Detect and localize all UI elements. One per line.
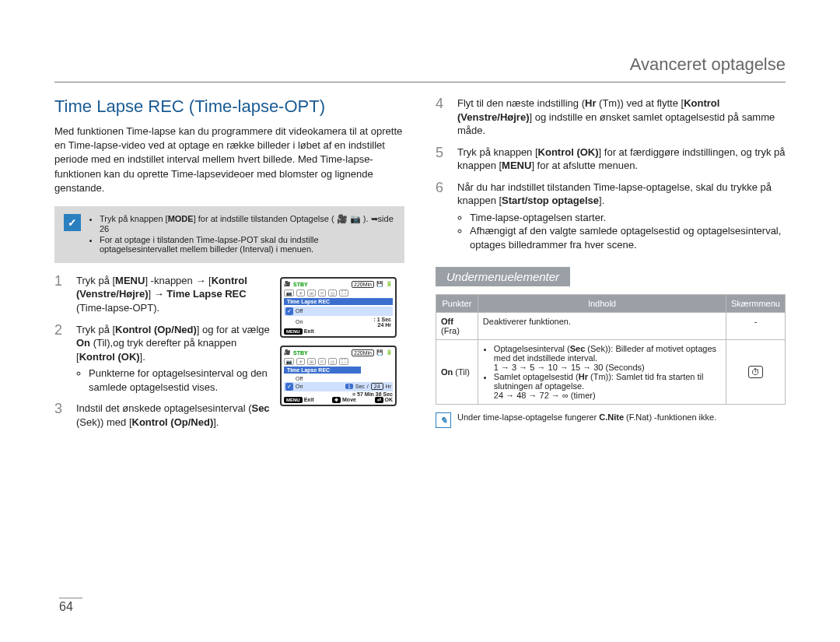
battery-icon: 🔋 [386, 281, 393, 287]
lcd-computed-time: = 57 Min 36 Sec [284, 391, 393, 397]
move-icon: ✥ [332, 397, 341, 403]
step-body: Når du har indstillet tilstanden Time-la… [457, 181, 786, 252]
check-icon: ✓ [285, 383, 293, 391]
step-body: Indstil det ønskede optagelsesinterval (… [76, 402, 272, 429]
left-column: Time Lapse REC (Time-lapse-OPT) Med funk… [54, 96, 404, 437]
rec-time: 220Min [352, 349, 374, 356]
callout-item: For at optage i tilstanden Time-lapse-PO… [100, 235, 395, 254]
page-header-title: Avanceret optagelse [630, 54, 786, 74]
card-icon: 💾 [376, 349, 383, 356]
camera-icon: 🎥 [284, 281, 291, 287]
note-icon: ✎ [436, 412, 451, 428]
table-header: Punkter [436, 295, 478, 313]
lcd-screenshot-1: 🎥 STBY 220Min 💾 🔋 📷☀⊞⧈◎⛶ Time Lapse REC … [280, 277, 397, 338]
lcd-option-off: Off [284, 375, 393, 382]
ok-icon: ⏎ [375, 397, 383, 403]
submenu-heading: Undermenuelementer [436, 267, 570, 286]
lcd-option-on: ✓ On 1 Sec / 24 Hr [284, 382, 393, 391]
step-number: 2 [54, 323, 68, 395]
callout-box: ✓ Tryk på knappen [MODE] for at indstill… [54, 206, 404, 263]
right-column: 4 Flyt til den næste indstilling (Hr (Tm… [436, 96, 786, 437]
step-number: 1 [54, 274, 68, 315]
rec-time: 220Min [352, 281, 374, 288]
lcd-figures: 🎥 STBY 220Min 💾 🔋 📷☀⊞⧈◎⛶ Time Lapse REC … [280, 274, 404, 437]
table-header: Skærmmenu [726, 295, 786, 313]
icon-strip: 📷☀⊞⧈◎⛶ [284, 358, 393, 365]
left-steps: 1 Tryk på [MENU] -knappen → [Kontrol (Ve… [54, 274, 404, 437]
step-number: 6 [436, 181, 450, 252]
step-number: 3 [54, 402, 68, 429]
icon-strip: 📷☀⊞⧈◎⛶ [284, 289, 393, 296]
menu-tag: MENU [284, 397, 303, 403]
status-stby: STBY [293, 282, 308, 287]
step-body: Flyt til den næste indstilling (Hr (Tm))… [457, 96, 786, 138]
camera-icon: 🎥 [284, 349, 291, 356]
page-number: 64 [59, 598, 82, 614]
lcd-option-off: ✓ Off [284, 307, 393, 316]
battery-icon: 🔋 [386, 349, 393, 356]
status-stby: STBY [293, 350, 308, 356]
table-row: On (Til) Optagelsesinterval (Sec (Sek)):… [436, 340, 786, 405]
lcd-menu-title: Time Lapse REC [284, 367, 361, 374]
lcd-menu-title: Time Lapse REC [284, 298, 393, 305]
step-body: Tryk på knappen [Kontrol (OK)] for at fæ… [457, 146, 786, 173]
check-icon: ✓ [64, 214, 81, 231]
step-number: 5 [436, 146, 450, 173]
menu-tag: MENU [284, 328, 303, 335]
lcd-screenshot-2: 🎥 STBY 220Min 💾 🔋 📷☀⊞⧈◎⛶ Time Lapse REC [280, 346, 397, 406]
section-heading: Time Lapse REC (Time-lapse-OPT) [54, 96, 404, 117]
timelapse-icon: ⏱ [748, 366, 763, 378]
step-body: Tryk på [Kontrol (Op/Ned)] og for at væl… [76, 323, 272, 395]
table-header: Indhold [478, 295, 726, 313]
page: Avanceret optagelse Time Lapse REC (Time… [0, 0, 840, 642]
lcd-option-on: On : 1 Sec 24 Hr [284, 316, 393, 328]
submenu-table: Punkter Indhold Skærmmenu Off (Fra) Deak… [436, 294, 786, 405]
card-icon: 💾 [376, 281, 383, 287]
check-icon: ✓ [285, 307, 293, 315]
callout-item: Tryk på knappen [MODE] for at indstille … [100, 214, 395, 233]
step-body: Tryk på [MENU] -knappen → [Kontrol (Vens… [76, 274, 272, 315]
table-row: Off (Fra) Deaktiverer funktionen. - [436, 313, 786, 340]
page-header: Avanceret optagelse [54, 54, 786, 82]
note: ✎ Under time-lapse-optagelse fungerer C.… [436, 412, 786, 428]
step-number: 4 [436, 96, 450, 138]
columns: Time Lapse REC (Time-lapse-OPT) Med funk… [54, 96, 786, 437]
intro-paragraph: Med funktionen Time-lapse kan du program… [54, 125, 404, 195]
